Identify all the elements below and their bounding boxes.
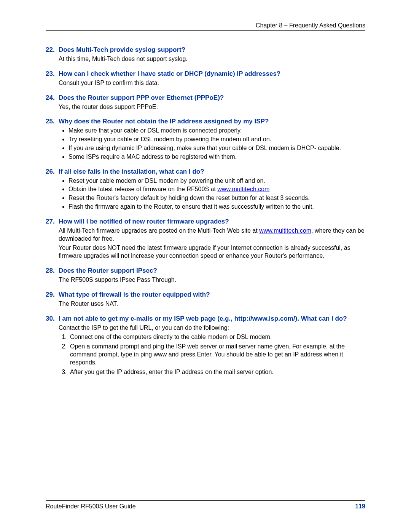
faq-answer: Reset your cable modem or DSL modem by p… <box>59 177 365 211</box>
faq-number: 25. <box>46 118 59 125</box>
faq-item: 27.How will I be notified of new router … <box>46 218 365 260</box>
faq-question-row: 29.What type of firewall is the router e… <box>46 291 365 299</box>
chapter-label: Chapter 8 – Frequently Asked Questions <box>256 22 365 29</box>
page-number: 119 <box>355 503 365 510</box>
faq-answer-paragraph: Your Router does NOT need the latest fir… <box>59 244 365 260</box>
faq-answer-paragraph: The Router uses NAT. <box>59 300 365 308</box>
external-link[interactable]: www.multitech.com <box>259 227 311 234</box>
faq-answer: Contact the ISP to get the full URL, or … <box>59 324 365 376</box>
faq-bullet-list: Reset your cable modem or DSL modem by p… <box>68 177 365 211</box>
faq-step: After you get the IP address, enter the … <box>68 368 365 376</box>
faq-question: How can I check whether I have static or… <box>59 70 280 78</box>
faq-answer-paragraph: The RF500S supports IPsec Pass Through. <box>59 276 365 284</box>
faq-question: Does Multi-Tech provide syslog support? <box>59 46 185 54</box>
faq-question: Does the Router support IPsec? <box>59 267 157 275</box>
faq-question: If all else fails in the installation, w… <box>59 168 204 176</box>
faq-step: Connect one of the computers directly to… <box>68 333 365 341</box>
faq-question-row: 24.Does the Router support PPP over Ethe… <box>46 94 365 102</box>
faq-item: 24.Does the Router support PPP over Ethe… <box>46 94 365 111</box>
faq-question: What type of firewall is the router equi… <box>59 291 210 299</box>
faq-question: How will I be notified of new router fir… <box>59 218 229 225</box>
faq-list: 22.Does Multi-Tech provide syslog suppor… <box>46 46 365 376</box>
faq-answer: Make sure that your cable or DSL modem i… <box>59 127 365 161</box>
faq-bullet-list: Make sure that your cable or DSL modem i… <box>68 127 365 161</box>
faq-question: I am not able to get my e-mails or my IS… <box>59 315 347 323</box>
faq-bullet: Flash the firmware again to the Router, … <box>68 203 365 211</box>
faq-answer: Consult your ISP to confirm this data. <box>59 79 365 87</box>
faq-answer-paragraph: Contact the ISP to get the full URL, or … <box>59 324 365 332</box>
faq-bullet: Obtain the latest release of firmware on… <box>68 185 365 193</box>
faq-answer-paragraph: All Multi-Tech firmware upgrades are pos… <box>59 227 365 243</box>
faq-question-row: 22.Does Multi-Tech provide syslog suppor… <box>46 46 365 54</box>
faq-step: Open a command prompt and ping the ISP w… <box>68 343 365 366</box>
faq-number: 27. <box>46 218 59 225</box>
faq-bullet: If you are using dynamic IP addressing, … <box>68 144 365 152</box>
faq-question-row: 23.How can I check whether I have static… <box>46 70 365 78</box>
faq-item: 23.How can I check whether I have static… <box>46 70 365 87</box>
faq-question: Why does the Router not obtain the IP ad… <box>59 118 269 125</box>
faq-bullet: Reset your cable modem or DSL modem by p… <box>68 177 365 185</box>
faq-step-list: Connect one of the computers directly to… <box>68 333 365 376</box>
faq-question-row: 30.I am not able to get my e-mails or my… <box>46 315 365 323</box>
faq-answer-paragraph: Yes, the router does support PPPoE. <box>59 103 365 111</box>
faq-answer-paragraph: Consult your ISP to confirm this data. <box>59 79 365 87</box>
faq-question-row: 25.Why does the Router not obtain the IP… <box>46 118 365 125</box>
faq-number: 30. <box>46 315 59 323</box>
faq-bullet: Try resetting your cable or DSL modem by… <box>68 136 365 144</box>
page-header: Chapter 8 – Frequently Asked Questions <box>46 22 365 31</box>
faq-answer: The RF500S supports IPsec Pass Through. <box>59 276 365 284</box>
faq-bullet: Reset the Router's factory default by ho… <box>68 194 365 202</box>
faq-question-row: 28.Does the Router support IPsec? <box>46 267 365 275</box>
faq-bullet: Some ISPs require a MAC address to be re… <box>68 153 365 161</box>
faq-answer: Yes, the router does support PPPoE. <box>59 103 365 111</box>
footer-guide: RouteFinder RF500S User Guide <box>46 503 136 510</box>
faq-answer: All Multi-Tech firmware upgrades are pos… <box>59 227 365 260</box>
faq-item: 28.Does the Router support IPsec?The RF5… <box>46 267 365 284</box>
faq-item: 22.Does Multi-Tech provide syslog suppor… <box>46 46 365 63</box>
faq-question-row: 26.If all else fails in the installation… <box>46 168 365 176</box>
faq-item: 30.I am not able to get my e-mails or my… <box>46 315 365 376</box>
faq-question: Does the Router support PPP over Etherne… <box>59 94 224 102</box>
faq-bullet: Make sure that your cable or DSL modem i… <box>68 127 365 135</box>
faq-number: 24. <box>46 94 59 102</box>
page-footer: RouteFinder RF500S User Guide 119 <box>46 500 365 510</box>
faq-number: 28. <box>46 267 59 275</box>
external-link[interactable]: www.multitech.com <box>217 186 269 192</box>
faq-item: 26.If all else fails in the installation… <box>46 168 365 211</box>
faq-answer: At this time, Multi-Tech does not suppor… <box>59 55 365 63</box>
faq-answer: The Router uses NAT. <box>59 300 365 308</box>
faq-number: 29. <box>46 291 59 299</box>
faq-number: 26. <box>46 168 59 176</box>
faq-answer-paragraph: At this time, Multi-Tech does not suppor… <box>59 55 365 63</box>
faq-item: 29.What type of firewall is the router e… <box>46 291 365 308</box>
faq-item: 25.Why does the Router not obtain the IP… <box>46 118 365 161</box>
faq-number: 23. <box>46 70 59 78</box>
faq-question-row: 27.How will I be notified of new router … <box>46 218 365 225</box>
faq-number: 22. <box>46 46 59 54</box>
